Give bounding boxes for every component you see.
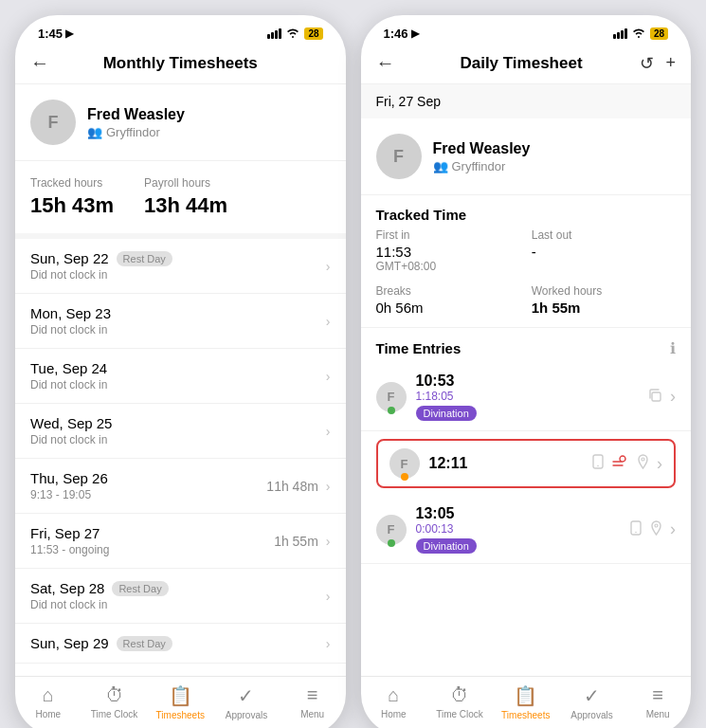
entry-row-1211[interactable]: F 12:11 ›	[376, 439, 677, 488]
profile-section-left: F Fred Weasley 👥 Gryffindor	[15, 84, 346, 161]
tab-bar-right: ⌂ Home ⏱ Time Clock 📋 Timesheets ✓ Appro…	[361, 676, 692, 728]
avatar-right: F	[376, 134, 422, 179]
tab-home-left[interactable]: ⌂ Home	[15, 684, 81, 720]
entry-time-1: 10:53	[416, 373, 639, 390]
tab-label-timesheets-right: Timesheets	[501, 710, 550, 720]
entry-actions-2: ›	[591, 454, 662, 474]
hours-thu26: 11h 48m	[266, 479, 317, 494]
nav-title-right: Daily Timesheet	[403, 54, 641, 73]
tab-menu-right[interactable]: ≡ Menu	[625, 684, 691, 720]
avatar-left: F	[30, 100, 76, 145]
tracked-time-header: Tracked Time	[361, 195, 692, 228]
left-phone: 1:45 ▶ 28 ← Monthly Timesheets F Fre	[15, 15, 346, 728]
tracked-hours-stat: Tracked hours 15h 43m	[30, 176, 114, 218]
day-list: Sun, Sep 22 Rest Day Did not clock in › …	[15, 239, 346, 664]
tab-approvals-left[interactable]: ✓ Approvals	[213, 684, 280, 720]
tab-timesheets-left[interactable]: 📋 Timesheets	[147, 684, 213, 720]
tab-timesheets-right[interactable]: 📋 Timesheets	[493, 684, 559, 720]
location-icon-3[interactable]	[650, 520, 662, 539]
history-icon[interactable]: ↺	[640, 53, 654, 74]
day-row-sun29[interactable]: Sun, Sep 29 Rest Day ›	[15, 624, 346, 664]
entry-avatar-1: F	[376, 382, 407, 412]
nav-title-left: Monthly Timesheets	[57, 54, 304, 73]
chevron-mon23: ›	[326, 314, 331, 329]
approvals-icon-left: ✓	[238, 684, 254, 707]
entry-tag-3: Divination	[416, 538, 477, 554]
day-row-sat28[interactable]: Sat, Sep 28 Rest Day Did not clock in ›	[15, 569, 346, 624]
highlighted-entry-wrapper: F 12:11 ›	[361, 431, 692, 496]
day-row-tue24[interactable]: Tue, Sep 24 Did not clock in ›	[15, 349, 346, 404]
status-bar-right: 1:46 ▶ 28	[361, 15, 692, 45]
chevron-icon-2[interactable]: ›	[657, 454, 662, 474]
chevron-sun29: ›	[326, 636, 331, 651]
entry-details-2: 12:11	[429, 455, 583, 472]
entry-row-1305[interactable]: F 13:05 0:00:13 Divination ›	[361, 496, 692, 564]
nav-bar-left: ← Monthly Timesheets	[15, 45, 346, 84]
hours-fri27: 1h 55m	[274, 534, 318, 549]
profile-name-left: Fred Weasley	[87, 106, 185, 123]
back-button-right[interactable]: ←	[376, 52, 395, 74]
back-button-left[interactable]: ←	[30, 52, 49, 74]
svg-point-3	[642, 458, 644, 461]
day-row-sun22[interactable]: Sun, Sep 22 Rest Day Did not clock in ›	[15, 239, 346, 294]
menu-icon-right: ≡	[652, 684, 663, 706]
location-arrow-right: ▶	[411, 27, 419, 40]
entry-avatar-2: F	[389, 448, 420, 479]
tab-approvals-right[interactable]: ✓ Approvals	[559, 684, 625, 720]
time-right: 1:46	[384, 27, 408, 41]
svg-point-5	[635, 531, 637, 533]
info-icon[interactable]: ℹ	[670, 339, 676, 357]
last-out-item: Last out -	[532, 228, 676, 273]
svg-point-6	[655, 524, 658, 527]
chevron-icon-3[interactable]: ›	[670, 519, 676, 539]
entry-avatar-3: F	[376, 515, 407, 545]
tab-label-timeclock-left: Time Clock	[91, 709, 138, 719]
svg-point-2	[597, 465, 599, 467]
timeclock-icon-right: ⏱	[450, 684, 469, 706]
left-screen-content: F Fred Weasley 👥 Gryffindor Tracked hour…	[15, 84, 346, 676]
entry-details-3: 13:05 0:00:13 Divination	[416, 505, 621, 554]
tab-label-timesheets-left: Timesheets	[156, 710, 205, 720]
device-icon-3[interactable]	[629, 520, 643, 539]
chevron-icon-1[interactable]: ›	[670, 387, 676, 407]
device-icon-2[interactable]	[591, 454, 605, 473]
entry-row-1053[interactable]: F 10:53 1:18:05 Divination ›	[361, 363, 692, 431]
profile-team-right: 👥 Gryffindor	[433, 159, 531, 173]
timesheets-icon-left: 📋	[169, 684, 192, 707]
day-row-fri27[interactable]: Fri, Sep 27 11:53 - ongoing 1h 55m ›	[15, 514, 346, 569]
time-entries-header: Time Entries ℹ	[361, 328, 692, 363]
dot-entry-2	[401, 473, 408, 481]
tab-label-menu-right: Menu	[646, 709, 670, 719]
chevron-tue24: ›	[326, 369, 331, 384]
profile-section-right: F Fred Weasley 👥 Gryffindor	[361, 118, 692, 195]
battery-right: 28	[650, 27, 668, 40]
entry-sub-1: 1:18:05	[416, 390, 639, 403]
entry-actions-3: ›	[629, 519, 676, 539]
tab-bar-left: ⌂ Home ⏱ Time Clock 📋 Timesheets ✓ Appro…	[15, 676, 346, 728]
right-phone: 1:46 ▶ 28 ← Daily Timesheet ↺ + Fri, 27	[361, 15, 692, 728]
tracked-time-grid: First in 11:53 GMT+08:00 Last out - Brea…	[361, 228, 692, 328]
tab-timeclock-left[interactable]: ⏱ Time Clock	[81, 684, 148, 720]
day-row-thu26[interactable]: Thu, Sep 26 9:13 - 19:05 11h 48m ›	[15, 459, 346, 514]
signal-bars-left	[267, 28, 281, 39]
tab-label-menu-left: Menu	[300, 709, 324, 719]
time-entries-title: Time Entries	[376, 340, 462, 356]
day-row-wed25[interactable]: Wed, Sep 25 Did not clock in ›	[15, 404, 346, 459]
tab-label-home-left: Home	[36, 709, 62, 719]
day-row-mon23[interactable]: Mon, Sep 23 Did not clock in ›	[15, 294, 346, 349]
location-arrow-left: ▶	[65, 27, 73, 40]
tab-label-timeclock-right: Time Clock	[436, 709, 483, 719]
tab-timeclock-right[interactable]: ⏱ Time Clock	[426, 684, 493, 720]
tab-home-right[interactable]: ⌂ Home	[361, 684, 427, 720]
status-bar-left: 1:45 ▶ 28	[15, 15, 346, 45]
worked-hours-item: Worked hours 1h 55m	[532, 284, 676, 316]
menu-icon-left: ≡	[307, 684, 318, 706]
add-icon[interactable]: +	[665, 53, 676, 73]
copy-icon-1[interactable]	[647, 388, 662, 407]
break-icon-2[interactable]	[612, 455, 629, 472]
tab-label-approvals-right: Approvals	[570, 710, 612, 720]
tab-menu-left[interactable]: ≡ Menu	[280, 684, 346, 720]
signal-bars-right	[613, 28, 627, 39]
date-header: Fri, 27 Sep	[361, 84, 692, 118]
location-icon-2[interactable]	[637, 454, 649, 473]
